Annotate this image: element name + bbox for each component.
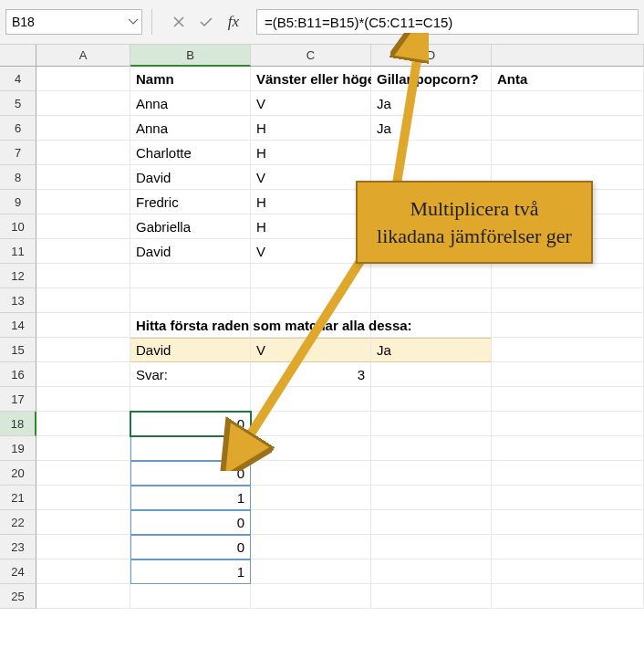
cell-A20[interactable] [36, 461, 130, 486]
cell-E16[interactable] [492, 362, 644, 387]
cell-E17[interactable] [492, 387, 644, 412]
row-header-23[interactable]: 23 [0, 535, 36, 559]
cell-D23[interactable] [371, 535, 492, 559]
cell-A11[interactable] [36, 239, 130, 264]
col-header-extra[interactable] [492, 45, 644, 67]
cell-A23[interactable] [36, 535, 130, 559]
row-header-21[interactable]: 21 [0, 486, 36, 510]
cell-A6[interactable] [36, 116, 130, 141]
row-header-24[interactable]: 24 [0, 559, 36, 584]
cell-A13[interactable] [36, 288, 130, 313]
cell-E5[interactable] [492, 91, 644, 116]
cell-A4[interactable] [36, 67, 130, 91]
row-header-4[interactable]: 4 [0, 67, 36, 91]
cell-E20[interactable] [492, 461, 644, 486]
cell-A17[interactable] [36, 387, 130, 412]
cell-D25[interactable] [371, 584, 492, 609]
cell-E25[interactable] [492, 584, 644, 609]
row-header-13[interactable]: 13 [0, 288, 36, 313]
row-header-17[interactable]: 17 [0, 387, 36, 412]
cell-A8[interactable] [36, 165, 130, 190]
cell-D22[interactable] [371, 510, 492, 535]
cell-E19[interactable] [492, 436, 644, 461]
select-all-corner[interactable] [0, 45, 36, 67]
row-header-6[interactable]: 6 [0, 116, 36, 141]
row-header-11[interactable]: 11 [0, 239, 36, 264]
cell-A21[interactable] [36, 486, 130, 510]
row-header-25[interactable]: 25 [0, 584, 36, 609]
row-header-18[interactable]: 18 [0, 412, 36, 436]
cell-E14[interactable] [492, 313, 644, 338]
row-header-20[interactable]: 20 [0, 461, 36, 486]
cell-C21[interactable] [251, 486, 371, 510]
row-header-7[interactable]: 7 [0, 141, 36, 165]
cell-E15[interactable] [492, 338, 644, 362]
cell-E6[interactable] [492, 116, 644, 141]
row-header-15[interactable]: 15 [0, 338, 36, 362]
cell-E7[interactable] [492, 141, 644, 165]
cell-E12[interactable] [492, 264, 644, 288]
name-box-container [5, 9, 142, 35]
cell-C24[interactable] [251, 559, 371, 584]
cell-E23[interactable] [492, 535, 644, 559]
cell-B25[interactable] [130, 584, 251, 609]
name-box[interactable] [5, 9, 142, 35]
callout-text: Multiplicera två likadana jämförelser ge… [377, 197, 572, 247]
formula-actions: fx [161, 12, 251, 32]
cancel-icon[interactable] [169, 12, 189, 32]
cell-C22[interactable] [251, 510, 371, 535]
cell-B23[interactable]: 0 [130, 535, 251, 559]
enter-icon[interactable] [196, 12, 216, 32]
cell-E22[interactable] [492, 510, 644, 535]
cell-B24[interactable]: 1 [130, 559, 251, 584]
cell-E18[interactable] [492, 412, 644, 436]
fx-icon[interactable]: fx [223, 12, 244, 32]
cell-E13[interactable] [492, 288, 644, 313]
cell-A5[interactable] [36, 91, 130, 116]
cell-E4[interactable]: Anta [492, 67, 644, 91]
cell-C23[interactable] [251, 535, 371, 559]
cell-A24[interactable] [36, 559, 130, 584]
cell-A22[interactable] [36, 510, 130, 535]
cell-D21[interactable] [371, 486, 492, 510]
cell-A14[interactable] [36, 313, 130, 338]
cell-D24[interactable] [371, 559, 492, 584]
cell-A19[interactable] [36, 436, 130, 461]
cell-B21[interactable]: 1 [130, 486, 251, 510]
col-header-A[interactable]: A [36, 45, 130, 67]
cell-A16[interactable] [36, 362, 130, 387]
row-header-22[interactable]: 22 [0, 510, 36, 535]
cell-A9[interactable] [36, 190, 130, 214]
row-header-12[interactable]: 12 [0, 264, 36, 288]
row-header-10[interactable]: 10 [0, 214, 36, 239]
separator [151, 9, 152, 35]
row-header-16[interactable]: 16 [0, 362, 36, 387]
cell-A10[interactable] [36, 214, 130, 239]
row-header-9[interactable]: 9 [0, 190, 36, 214]
cell-A25[interactable] [36, 584, 130, 609]
name-box-dropdown-icon[interactable] [127, 16, 140, 28]
cell-A18[interactable] [36, 412, 130, 436]
cell-B22[interactable]: 0 [130, 510, 251, 535]
row-header-8[interactable]: 8 [0, 165, 36, 190]
callout-box: Multiplicera två likadana jämförelser ge… [356, 181, 593, 264]
row-header-19[interactable]: 19 [0, 436, 36, 461]
cell-A15[interactable] [36, 338, 130, 362]
cell-C25[interactable] [251, 584, 371, 609]
cell-E24[interactable] [492, 559, 644, 584]
row-header-14[interactable]: 14 [0, 313, 36, 338]
cell-E21[interactable] [492, 486, 644, 510]
cell-A7[interactable] [36, 141, 130, 165]
row-header-5[interactable]: 5 [0, 91, 36, 116]
formula-input[interactable] [256, 9, 639, 35]
cell-A12[interactable] [36, 264, 130, 288]
